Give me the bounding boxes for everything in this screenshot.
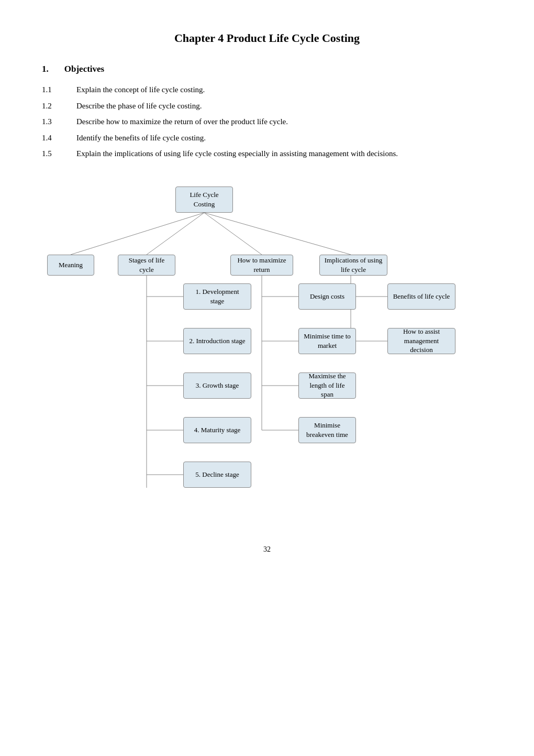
obj-text: Describe the phase of life cycle costing… — [76, 100, 202, 112]
obj-text: Explain the concept of life cycle costin… — [76, 84, 205, 96]
node-minimize-be: Minimise breakeven time — [298, 417, 356, 443]
obj-num: 1.2 — [42, 100, 61, 112]
node-decline: 5. Decline stage — [183, 462, 251, 488]
node-implications: Implications of using life cycle — [319, 255, 387, 276]
diagram-container: Life Cycle Costing Meaning Stages of lif… — [42, 179, 492, 514]
node-maximize: How to maximize return — [230, 255, 293, 276]
section-title: Objectives — [64, 64, 104, 74]
node-minimize-time: Minimise time to market — [298, 328, 356, 354]
node-dev: 1. Development stage — [183, 283, 251, 310]
node-root: Life Cycle Costing — [175, 187, 233, 213]
page-number: 32 — [42, 545, 492, 554]
section-heading: 1. Objectives — [42, 64, 492, 74]
node-benefits: Benefits of life cycle — [387, 283, 455, 310]
list-item: 1.1 Explain the concept of life cycle co… — [42, 84, 492, 96]
list-item: 1.5 Explain the implications of using li… — [42, 148, 492, 160]
node-intro: 2. Introduction stage — [183, 328, 251, 354]
svg-line-0 — [71, 213, 204, 255]
obj-num: 1.5 — [42, 148, 61, 160]
obj-text: Identify the benefits of life cycle cost… — [76, 132, 206, 144]
node-maturity: 4. Maturity stage — [183, 417, 251, 443]
list-item: 1.2 Describe the phase of life cycle cos… — [42, 100, 492, 112]
node-growth: 3. Growth stage — [183, 372, 251, 399]
obj-num: 1.3 — [42, 116, 61, 128]
node-assist: How to assist management decision — [387, 328, 455, 354]
svg-line-3 — [204, 213, 351, 255]
node-meaning: Meaning — [47, 255, 94, 276]
obj-text: Describe how to maximize the return of o… — [76, 116, 288, 128]
node-stages: Stages of life cycle — [118, 255, 175, 276]
svg-line-1 — [147, 213, 204, 255]
obj-text: Explain the implications of using life c… — [76, 148, 398, 160]
node-design: Design costs — [298, 283, 356, 310]
obj-num: 1.4 — [42, 132, 61, 144]
obj-num: 1.1 — [42, 84, 61, 96]
page-title: Chapter 4 Product Life Cycle Costing — [42, 31, 492, 45]
svg-line-2 — [204, 213, 262, 255]
node-maximize-life: Maximise the length of life span — [298, 372, 356, 399]
section-number: 1. — [42, 64, 49, 74]
objectives-list: 1.1 Explain the concept of life cycle co… — [42, 84, 492, 160]
list-item: 1.3 Describe how to maximize the return … — [42, 116, 492, 128]
list-item: 1.4 Identify the benefits of life cycle … — [42, 132, 492, 144]
